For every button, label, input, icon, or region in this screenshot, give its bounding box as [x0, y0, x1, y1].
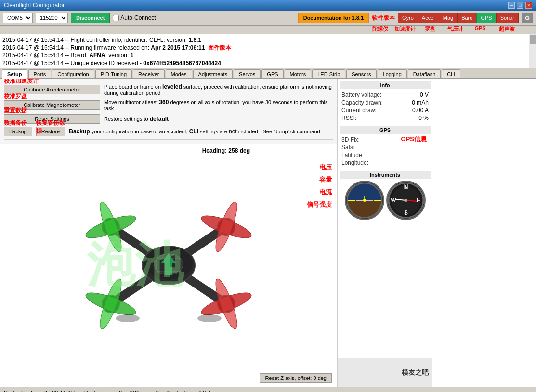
baud-select[interactable]: 115200	[36, 13, 68, 23]
right-panel: Info Battery voltage: 0 V Capacity drawn…	[337, 79, 432, 387]
cn-restore: 恢复备份数据	[36, 119, 65, 135]
gps-sats-row: Sats:	[340, 144, 431, 151]
log-line-2: 2015-04-17 @ 15:54:14 -- Running firmwar…	[2, 44, 534, 52]
cn-calibrate-mag: 校准罗盘	[4, 92, 27, 101]
log-area: 2015-04-17 @ 15:54:14 -- Flight controll…	[0, 34, 536, 68]
current-row: Current draw: 0.00 A	[340, 106, 431, 114]
capacity-value: 0 mAh	[412, 99, 429, 106]
close-button[interactable]: ✕	[525, 2, 532, 9]
log-line-3: 2015-04-17 @ 15:54:14 -- Board: AFNA, ve…	[2, 52, 534, 59]
calibrate-accel-text: Place board or frame on leveled surface,…	[104, 83, 333, 96]
log-line-1: 2015-04-17 @ 15:54:14 -- Flight controll…	[2, 36, 534, 44]
calibrate-accel-row: Calibrate Accelerometer 校准加速度计 Place boa…	[4, 83, 333, 96]
instruments-section: Instruments	[338, 169, 432, 358]
log-line-4: 2015-04-17 @ 15:54:14 -- Unique device I…	[2, 59, 534, 67]
settings-gear-button[interactable]: ⚙	[522, 13, 533, 23]
gps-lat-row: Latitude:	[340, 151, 431, 159]
port-utilization: Port utilization: D: 4% U: 1%	[4, 390, 77, 392]
gps-lon-label: Longitude:	[341, 159, 373, 166]
svg-rect-24	[347, 200, 382, 218]
tab-setup[interactable]: Setup	[2, 69, 27, 79]
cn-backup: 数据备份	[4, 119, 27, 127]
tab-adjustments[interactable]: Adjustments	[193, 69, 233, 78]
auto-connect-checkbox[interactable]	[113, 15, 119, 21]
port-select[interactable]: COM5	[3, 13, 33, 23]
software-version-cn: 软件版本	[372, 14, 395, 22]
log-scrollbar[interactable]	[529, 34, 536, 68]
reset-z-button[interactable]: Reset Z axis, offset: 0 deg	[260, 373, 332, 383]
tab-gps[interactable]: GPS	[261, 69, 283, 78]
calibrate-section: Calibrate Accelerometer 校准加速度计 Place boa…	[0, 79, 337, 144]
auto-connect-label: Auto-Connect	[113, 14, 156, 21]
cn-gyro-label: 陀螺仪	[367, 26, 392, 33]
main-content: Calibrate Accelerometer 校准加速度计 Place boa…	[0, 79, 536, 387]
toolbar: COM5 115200 Disconnect Auto-Connect Docu…	[0, 11, 536, 26]
calibrate-mag-text: Move multirotor atleast 360 degrees on a…	[104, 99, 333, 111]
cn-mag-label: 罗盘	[418, 26, 443, 33]
drone-area: Heading: 258 deg 电压 容量 电流 信号强度 泡池	[0, 144, 337, 387]
gps-title: GPS	[340, 126, 431, 134]
tab-modes[interactable]: Modes	[166, 69, 192, 78]
battery-voltage-row: Battery voltage: 0 V	[340, 91, 431, 99]
cn-baro-label: 气压计	[443, 26, 468, 33]
logo-area: 模友之吧	[338, 358, 432, 387]
gps-lat-label: Latitude:	[341, 152, 373, 158]
sensor-sonar-btn[interactable]: Sonar	[496, 13, 519, 23]
tab-receiver[interactable]: Receiver	[133, 69, 164, 78]
tab-ports[interactable]: Ports	[28, 69, 52, 78]
current-value: 0.00 A	[412, 107, 429, 114]
tab-sensors[interactable]: Sensors	[346, 69, 376, 78]
window-controls: ─ □ ✕	[508, 2, 532, 9]
rssi-value: 0 %	[418, 115, 429, 121]
reset-text: Restore settings to default	[104, 116, 333, 122]
gps-section: GPS GPS信息 3D Fix: Sats: Latitude: Longit…	[338, 124, 432, 169]
tab-logging[interactable]: Logging	[378, 69, 407, 78]
sensor-baro-btn[interactable]: Baro	[457, 13, 476, 23]
svg-point-29	[363, 199, 366, 202]
gps-lon-row: Longitude:	[340, 159, 431, 167]
status-bar: Port utilization: D: 4% U: 1% Packet err…	[0, 387, 536, 392]
horizon-gauge	[345, 181, 384, 220]
rssi-row: RSSI: 0 %	[340, 114, 431, 122]
cn-reset: 重置数据	[4, 106, 27, 115]
documentation-button[interactable]: Documentation for 1.8.1	[298, 13, 369, 23]
tab-servos[interactable]: Servos	[234, 69, 261, 78]
sensor-cn-labels-row: 陀螺仪 加速度计 罗盘 气压计 GPS 超声波	[0, 26, 536, 34]
tab-pid-tuning[interactable]: PID Tuning	[95, 69, 132, 78]
tab-motors[interactable]: Motors	[285, 69, 312, 78]
title-text: Cleanflight Configurator	[4, 2, 65, 9]
capacity-row: Capacity drawn: 0 mAh	[340, 99, 431, 106]
maximize-button[interactable]: □	[517, 2, 523, 9]
capacity-label: Capacity drawn:	[341, 99, 383, 106]
cn-accel-label: 加速度计	[392, 26, 418, 33]
i2c-error: I2C error: 0	[130, 390, 159, 392]
instruments-title: Instruments	[340, 171, 431, 179]
cn-gps-info: GPS信息	[401, 135, 427, 144]
drone-svg-container: 泡池	[0, 144, 337, 387]
sensor-mag-btn[interactable]: Mag	[439, 13, 457, 23]
site-logo-text: 模友之吧	[402, 368, 429, 377]
setup-panel: Calibrate Accelerometer 校准加速度计 Place boa…	[0, 79, 337, 387]
sensor-buttons: Gyro Accel Mag Baro GPS Sonar	[398, 13, 519, 23]
svg-point-21	[197, 314, 222, 322]
sensor-accel-btn[interactable]: Accel	[418, 13, 439, 23]
drone-svg	[53, 179, 284, 352]
calibrate-mag-row: Calibrate Magnetometer 校准罗盘 Move multiro…	[4, 99, 333, 111]
tab-dataflash[interactable]: Dataflash	[408, 69, 441, 78]
cn-sonar-label: 超声波	[493, 26, 521, 33]
instruments-row: N S E W	[340, 181, 431, 220]
horizon-svg	[346, 182, 383, 219]
minimize-button[interactable]: ─	[508, 2, 515, 9]
log-scroll-thumb[interactable]	[530, 35, 536, 44]
battery-voltage-value: 0 V	[420, 91, 429, 98]
tab-cli[interactable]: CLI	[442, 69, 460, 78]
tab-led-strip[interactable]: LED Strip	[312, 69, 345, 78]
disconnect-button[interactable]: Disconnect	[71, 13, 110, 23]
gps-fix-label: 3D Fix:	[341, 136, 373, 143]
current-label: Current draw:	[341, 107, 377, 114]
backup-button[interactable]: Backup	[4, 127, 32, 136]
tab-configuration[interactable]: Configuration	[52, 69, 94, 78]
sensor-gyro-btn[interactable]: Gyro	[398, 13, 418, 23]
sensor-gps-btn[interactable]: GPS	[476, 13, 496, 23]
backup-row: Backup 数据备份 Restore 恢复备份数据 Backup your c…	[4, 127, 333, 140]
